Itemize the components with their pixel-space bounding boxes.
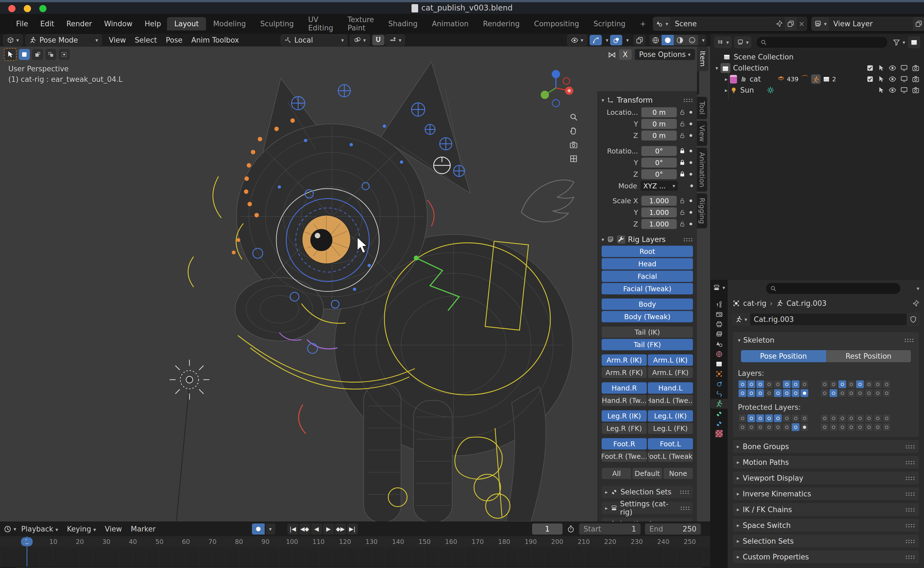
tab-view-layer-properties[interactable] [711, 329, 728, 339]
viewport-menu-view[interactable]: View [104, 36, 131, 44]
shading-rendered-button[interactable] [686, 35, 698, 45]
layer-toggle[interactable] [865, 423, 873, 431]
layer-toggle[interactable] [738, 423, 746, 431]
tab-bone-properties[interactable] [711, 409, 728, 418]
custom-properties-panel-header[interactable]: ▸Custom Properties [732, 550, 919, 563]
layer-toggle[interactable] [747, 423, 755, 431]
location-z-field[interactable]: 0 m [641, 130, 677, 140]
rig-layer-body[interactable]: Body [601, 298, 693, 310]
tab-item[interactable]: Item [697, 68, 699, 95]
menu-window[interactable]: Window [98, 17, 139, 31]
tweak-tool-button[interactable] [4, 48, 17, 61]
unlock-icon[interactable] [677, 198, 688, 204]
outliner-row-sun[interactable]: ▸ Sun [711, 85, 924, 96]
pin-icon[interactable] [773, 17, 785, 30]
layer-toggle[interactable] [883, 414, 891, 422]
panel-grip[interactable] [683, 98, 693, 102]
editor-type-button[interactable]: ▾ [3, 35, 23, 45]
menu-edit[interactable]: Edit [34, 17, 60, 31]
disable-render-icon[interactable] [912, 64, 919, 72]
keyframe-dot[interactable] [690, 211, 692, 214]
layer-toggle[interactable] [883, 423, 891, 431]
workspace-tab-texture-paint[interactable]: Texture Paint [340, 13, 381, 35]
timeline-playhead[interactable] [27, 536, 27, 566]
show-gizmo-toggle[interactable] [590, 35, 602, 45]
jump-to-end-button[interactable]: ▶| [347, 523, 358, 535]
viewport-display-panel-header[interactable]: ▸Viewport Display [732, 471, 919, 485]
select-box-new-button[interactable] [19, 49, 30, 60]
layer-toggle[interactable] [821, 389, 829, 397]
layer-toggle[interactable] [883, 380, 891, 388]
properties-filter-dropdown[interactable]: ▾ [916, 286, 919, 291]
snap-toggle[interactable] [372, 35, 384, 45]
next-keyframe-button[interactable]: ◆▶ [335, 523, 346, 535]
layer-toggle[interactable] [874, 423, 882, 431]
select-invert-button[interactable] [59, 49, 70, 60]
layer-toggle[interactable] [821, 414, 829, 422]
outliner-filter-dropdown[interactable]: ▾ [893, 39, 905, 46]
layer-toggle[interactable] [738, 389, 746, 397]
transform-panel-header[interactable]: ▾ Transform [601, 94, 693, 106]
new-view-layer-button[interactable] [913, 17, 924, 30]
current-frame-field[interactable]: 1 [532, 523, 563, 535]
layer-toggle[interactable] [838, 414, 846, 422]
bone-groups-panel-header[interactable]: ▸Bone Groups [732, 440, 919, 453]
workspace-tab-sculpting[interactable]: Sculpting [253, 17, 301, 30]
layer-toggle[interactable] [829, 414, 838, 422]
shading-solid-button[interactable] [661, 35, 674, 45]
ik-fk-chains-panel-header[interactable]: ▸IK / FK Chains [732, 503, 919, 516]
layer-toggle[interactable] [747, 414, 755, 422]
tab-output-properties[interactable] [711, 319, 728, 329]
show-object-types-dropdown[interactable]: ▾ [567, 35, 587, 45]
viewport-camera-button[interactable] [569, 140, 578, 150]
keyframe-dot[interactable] [690, 111, 692, 114]
pivot-point-dropdown[interactable]: ▾ [350, 35, 370, 45]
disable-viewport-icon[interactable] [900, 64, 908, 72]
rotation-y-field[interactable]: 0° [641, 158, 677, 168]
layer-toggle[interactable] [774, 414, 782, 422]
datablock-name-field[interactable]: Cat.rig.003 [750, 313, 907, 325]
mirror-x-toggle[interactable]: X [619, 49, 632, 60]
use-preview-range-stopwatch-icon[interactable] [567, 525, 575, 533]
keyframe-dot[interactable] [690, 199, 692, 202]
layer-toggle[interactable] [783, 389, 791, 397]
workspace-tab-compositing[interactable]: Compositing [527, 17, 586, 30]
new-collection-button[interactable] [908, 36, 920, 48]
panel-grip[interactable] [905, 460, 915, 465]
layer-toggle[interactable] [774, 423, 782, 431]
viewport-menu-pose[interactable]: Pose [161, 36, 187, 44]
pin-icon[interactable] [912, 300, 919, 307]
outliner-search-input[interactable] [756, 36, 888, 48]
layer-toggle[interactable] [838, 423, 846, 431]
unlock-icon[interactable] [677, 209, 688, 216]
workspace-tab-uv-editing[interactable]: UV Editing [301, 13, 340, 35]
layer-toggle[interactable] [783, 380, 791, 388]
panel-grip[interactable] [905, 508, 915, 512]
layer-toggle[interactable] [865, 389, 873, 397]
show-overlays-toggle[interactable] [610, 35, 622, 45]
layer-toggle[interactable] [883, 389, 891, 397]
panel-grip[interactable] [679, 490, 690, 494]
space-switch-panel-header[interactable]: ▸Space Switch [732, 518, 919, 532]
skeleton-panel-header[interactable]: ▾ Skeleton [738, 336, 914, 344]
view-layer-name[interactable]: View Layer [829, 20, 913, 28]
keyframe-dot[interactable] [690, 184, 693, 187]
timeline-editor-type-dropdown[interactable]: ▾ [4, 526, 16, 533]
rig-layer-arm-r-fk[interactable]: Arm.R (FK) [601, 367, 647, 378]
outliner-row-scene-collection[interactable]: Scene Collection [711, 51, 924, 62]
pose-position-button[interactable]: Pose Position [741, 350, 826, 362]
layer-toggle[interactable] [738, 414, 746, 422]
view-layer-icon[interactable]: ▾ [812, 17, 829, 30]
play-button[interactable]: ▶ [323, 523, 334, 535]
keyframe-dot[interactable] [690, 161, 692, 164]
tab-render-properties[interactable] [711, 309, 728, 319]
rest-position-button[interactable]: Rest Position [826, 350, 911, 362]
properties-editor-type-dropdown[interactable]: ▾ [711, 282, 728, 293]
tab-object-data-properties[interactable] [711, 399, 728, 409]
shading-material-button[interactable] [674, 35, 686, 45]
tab-object-properties[interactable] [711, 369, 728, 379]
rig-layer-leg-r-ik[interactable]: Leg.R (IK) [601, 410, 647, 422]
motion-paths-panel-header[interactable]: ▸Motion Paths [732, 455, 919, 469]
layer-toggle[interactable] [756, 414, 764, 422]
auto-keying-dropdown[interactable]: ▾ [266, 523, 275, 535]
